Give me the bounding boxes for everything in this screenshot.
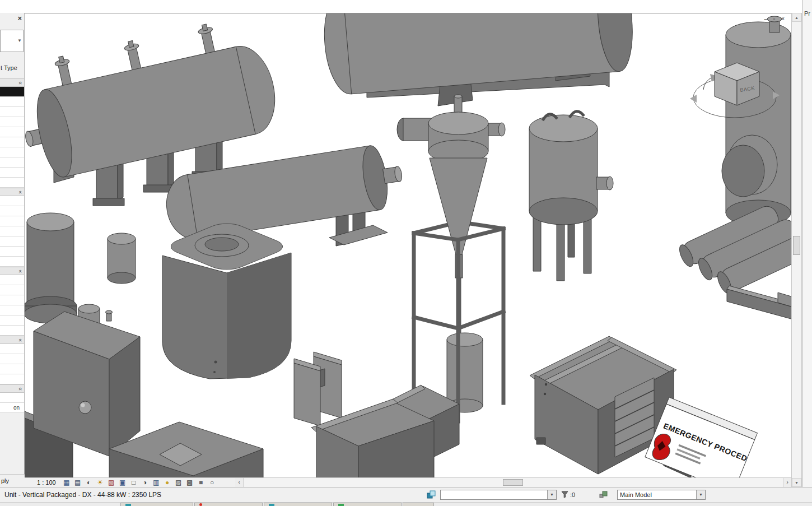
scroll-up-button[interactable]: ▲ <box>792 13 801 22</box>
property-row-label: on <box>0 403 24 412</box>
shadows-icon[interactable]: ▧ <box>106 479 116 487</box>
property-row[interactable] <box>0 87 24 97</box>
property-row[interactable] <box>0 178 24 188</box>
worksharing-display-icon[interactable]: ▦ <box>62 479 72 487</box>
property-row[interactable] <box>0 168 24 178</box>
scroll-left-button[interactable]: ‹ <box>235 478 244 487</box>
property-row[interactable] <box>0 285 24 295</box>
property-row[interactable] <box>0 393 24 403</box>
property-group-header[interactable]: « <box>0 384 24 393</box>
navigation-icon[interactable]: ○ <box>207 479 217 487</box>
taskbar-item[interactable] <box>120 503 193 506</box>
lock-3d-view-icon[interactable]: ◑ <box>140 479 150 487</box>
drawing-area[interactable]: EMERGENCY PROCEDU <box>25 13 791 478</box>
type-selector-dropdown[interactable]: ▼ <box>0 30 24 52</box>
model-horizontal-vessel-top[interactable] <box>320 13 636 106</box>
visual-style-icon[interactable]: ◐ <box>84 479 94 487</box>
vertical-scroll-thumb[interactable] <box>793 236 800 255</box>
edit-type-button[interactable]: t Type <box>1 64 17 71</box>
model-pipe-bundle[interactable] <box>677 203 791 319</box>
property-row[interactable] <box>0 236 24 247</box>
sun-path-icon[interactable]: ☀ <box>95 479 105 487</box>
taskbar-item[interactable] <box>403 503 434 506</box>
property-row[interactable] <box>0 157 24 168</box>
property-row[interactable] <box>0 117 24 127</box>
3d-model-view[interactable]: EMERGENCY PROCEDU <box>25 13 791 478</box>
model-thin-panels[interactable] <box>294 352 342 426</box>
filter-count: :0 <box>570 491 575 498</box>
property-row[interactable] <box>0 354 24 364</box>
close-icon[interactable]: × <box>781 16 785 22</box>
temporary-view-properties-icon[interactable]: ▨ <box>174 479 184 487</box>
property-row[interactable] <box>0 295 24 305</box>
property-row[interactable] <box>0 344 24 354</box>
taskbar <box>0 502 812 506</box>
property-row[interactable] <box>0 127 24 137</box>
scroll-down-button[interactable]: ▼ <box>792 478 801 487</box>
property-row[interactable] <box>0 326 24 336</box>
property-row[interactable] <box>0 226 24 236</box>
crop-view-icon[interactable]: ▣ <box>118 479 128 487</box>
property-row[interactable] <box>0 137 24 147</box>
show-crop-region-icon[interactable]: □ <box>129 479 139 487</box>
filter-icon <box>561 491 568 498</box>
property-row[interactable] <box>0 374 24 384</box>
property-row[interactable] <box>0 206 24 216</box>
taskbar-item-color-chip <box>338 504 344 506</box>
minimize-icon[interactable]: – <box>764 16 767 22</box>
property-row[interactable]: on <box>0 403 24 413</box>
model-square-tank[interactable] <box>162 220 291 379</box>
collapse-chevron-icon[interactable]: « <box>16 338 24 342</box>
property-row[interactable] <box>0 257 24 267</box>
model-vertical-vessel-right[interactable] <box>722 16 791 226</box>
chevron-down-icon: ▼ <box>696 490 705 499</box>
property-row[interactable] <box>0 247 24 257</box>
temporary-hide-isolate-icon[interactable]: ▥ <box>151 479 161 487</box>
reveal-hidden-elements-icon[interactable]: ● <box>162 479 172 487</box>
project-browser-panel[interactable]: Pr <box>802 0 812 487</box>
show-constraints-icon[interactable]: ■ <box>196 479 206 487</box>
restore-icon[interactable]: ▫ <box>773 16 776 22</box>
taskbar-item[interactable] <box>194 503 263 506</box>
worksets-icon[interactable] <box>427 490 436 499</box>
scale-button[interactable]: 1 : 100 <box>37 479 56 486</box>
vertical-scrollbar[interactable]: ▲ ▼ <box>791 13 802 487</box>
collapse-chevron-icon[interactable]: « <box>16 81 24 85</box>
workset-dropdown[interactable]: ▼ <box>440 490 557 500</box>
palette-close-button[interactable]: × <box>17 14 22 22</box>
property-row[interactable] <box>0 305 24 315</box>
collapse-chevron-icon[interactable]: « <box>16 191 24 194</box>
highlight-displacement-icon[interactable]: ▩ <box>185 479 195 487</box>
scroll-right-button[interactable]: › <box>783 478 791 487</box>
properties-palette: × ▼ t Type «««««on ply <box>0 13 25 487</box>
model-vertical-tank-dark[interactable] <box>25 213 77 323</box>
collapse-chevron-icon[interactable]: « <box>16 387 24 391</box>
collapse-chevron-icon[interactable]: « <box>16 270 24 273</box>
selection-filter[interactable]: :0 <box>561 491 575 498</box>
taskbar-item-color-chip <box>199 503 202 506</box>
horizontal-scroll-thumb[interactable] <box>503 479 523 486</box>
horizontal-scrollbar[interactable]: ‹ › <box>235 477 791 487</box>
property-row[interactable] <box>0 216 24 226</box>
taskbar-item[interactable] <box>264 503 332 506</box>
apply-button[interactable]: ply <box>0 474 25 487</box>
right-panel-title: Pr <box>802 0 812 17</box>
property-row[interactable] <box>0 107 24 117</box>
property-group-header[interactable]: « <box>0 188 24 196</box>
property-group-header[interactable]: « <box>0 78 24 87</box>
detail-level-icon[interactable]: ▤ <box>73 479 83 487</box>
property-group-header[interactable]: « <box>0 267 24 275</box>
design-options-dropdown[interactable]: Main Model ▼ <box>617 490 706 500</box>
property-row[interactable] <box>0 364 24 374</box>
taskbar-item[interactable] <box>333 503 402 506</box>
status-message: Unit - Vertical Packaged - DX - 44-88 kW… <box>4 491 161 499</box>
property-group-header[interactable]: « <box>0 336 24 344</box>
design-options-icon[interactable] <box>599 490 608 499</box>
model-small-cylinder[interactable] <box>108 233 136 284</box>
property-row[interactable] <box>0 147 24 157</box>
model-vertical-tank-legs[interactable] <box>529 112 613 281</box>
property-row[interactable] <box>0 315 24 326</box>
property-row[interactable] <box>0 196 24 206</box>
property-row[interactable] <box>0 275 24 285</box>
property-row[interactable] <box>0 97 24 107</box>
